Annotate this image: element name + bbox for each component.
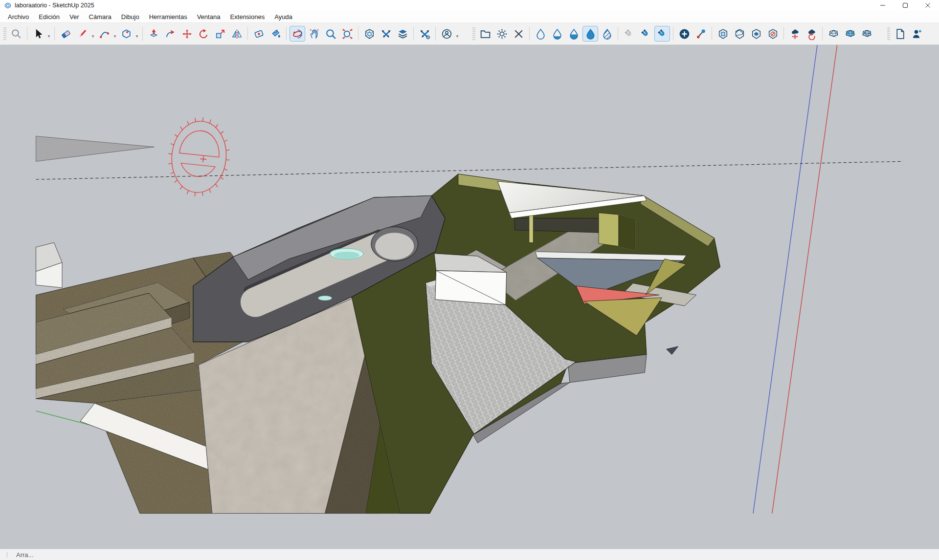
terrain-mesh-detail-button[interactable] [842,26,858,42]
person-add-icon [911,28,923,40]
menu-item-4[interactable]: Dibujo [116,12,144,22]
hex-sphere-icon [750,28,762,40]
eraser-tool-button[interactable] [58,26,73,42]
arc-tool-button[interactable] [96,26,112,42]
toolbar-separator [783,27,784,41]
hex-cloud-icon [734,28,746,40]
toolbar-separator [54,27,55,41]
toolbar-grip[interactable] [887,27,890,40]
open-folder-button[interactable] [477,26,493,42]
mesh-grid-icon [827,28,840,40]
menu-item-7[interactable]: Extensiones [225,12,269,22]
flip-icon [231,28,243,40]
style-drop-empty-button[interactable] [533,26,548,42]
extension-layer-stack-button[interactable] [395,26,410,42]
menu-item-5[interactable]: Herramientas [144,12,192,22]
pointcloud-sphere-mode-button[interactable] [748,26,764,42]
dropdown-caret-icon[interactable]: ▼ [455,34,460,39]
distant-terrain [36,136,154,288]
drop-quarter-icon [551,28,563,40]
toolbar-separator [712,27,712,41]
paint-bucket-icon [269,28,282,40]
zoom-extents-tool-button[interactable] [339,26,355,42]
orbit-tool-button[interactable] [290,26,305,42]
toolbar-separator [435,27,436,41]
add-collaborator-button[interactable] [909,26,924,42]
maximize-icon [902,2,908,8]
style-drop-half-button[interactable] [566,26,581,42]
dropdown-caret-icon[interactable]: ▼ [91,34,96,39]
viewport-3d[interactable] [0,45,939,549]
dropdown-caret-icon[interactable]: ▼ [113,34,118,39]
move-icon [181,28,193,40]
toolbar-grip[interactable] [472,27,475,40]
extension-cross-arrows-button[interactable] [378,26,394,42]
toolbar-separator [529,27,530,41]
dropdown-caret-icon[interactable]: ▼ [47,34,52,39]
add-circle-icon [678,28,691,40]
toolbar-grip[interactable] [3,27,6,40]
menu-item-8[interactable]: Ayuda [269,12,297,22]
pointcloud-cloud-mode-button[interactable] [732,26,747,42]
axis-line-blue [753,45,817,514]
tape-measure-tool-button[interactable] [251,26,267,42]
pan-tool-button[interactable] [306,26,322,42]
style-drop-hatched-button[interactable] [599,26,615,42]
move-point-cloud-button[interactable] [787,26,803,42]
snap-magnet-off-button[interactable] [621,26,637,42]
line-tool-button[interactable] [74,26,90,42]
follow-me-tool-button[interactable] [162,26,178,42]
extension-hex-gear-button[interactable] [361,26,377,42]
drop-full-icon [584,28,597,40]
shapes-tool-button[interactable] [118,26,134,42]
terrain-mesh-dense-button[interactable] [859,26,874,42]
orbit-icon [291,28,304,40]
hex-block-icon [767,28,779,40]
menu-bar: ArchivoEdiciónVerCámaraDibujoHerramienta… [0,11,939,23]
rotate-icon [198,28,210,40]
move-tool-button[interactable] [179,26,195,42]
placement-pin-button[interactable] [693,26,709,42]
maximize-button[interactable] [894,0,917,11]
user-account-button[interactable] [439,26,454,42]
new-document-button[interactable] [892,26,908,42]
user-icon [441,28,453,40]
close-panel-button[interactable] [511,26,526,42]
style-drop-full-button[interactable] [582,26,598,42]
rotate-protractor-cursor [164,114,234,200]
menu-item-1[interactable]: Edición [34,12,65,22]
toolbar: ▼▼▼▼▼ [0,23,939,45]
pointcloud-box-mode-button[interactable] [715,26,731,42]
terrain-mesh-button[interactable] [826,26,841,42]
add-point-button[interactable] [676,26,692,42]
settings-button[interactable] [494,26,510,42]
window-title: laboraatorio - SketchUp 2025 [15,2,94,9]
close-button[interactable] [917,0,939,11]
magnifier-muted-icon [10,28,22,40]
pointcloud-hide-mode-button[interactable] [765,26,781,42]
minimize-button[interactable] [872,0,894,11]
menu-item-3[interactable]: Cámara [84,12,116,22]
rotate-tool-button[interactable] [196,26,211,42]
menu-item-0[interactable]: Archivo [3,12,34,22]
snap-magnet-button[interactable] [638,26,653,42]
cross-arrows-icon [380,28,392,40]
zoom-tool-button[interactable] [323,26,338,42]
paint-bucket-tool-button[interactable] [268,26,283,42]
eraser-icon [60,28,72,40]
hex-box-icon [717,28,729,40]
push-pull-tool-button[interactable] [146,26,161,42]
snap-magnet-on-button[interactable] [654,26,670,42]
mesh-grid-dense-icon [861,28,873,40]
rotate-point-cloud-button[interactable] [804,26,819,42]
menu-item-2[interactable]: Ver [65,12,84,22]
extension-cross-arrows-alt-button[interactable] [417,26,432,42]
close-x-icon [513,28,525,40]
dropdown-caret-icon[interactable]: ▼ [135,34,140,39]
scale-tool-button[interactable] [212,26,228,42]
menu-item-6[interactable]: Ventana [192,12,225,22]
zoom-study-button[interactable] [8,26,24,42]
style-drop-quarter-button[interactable] [549,26,565,42]
flip-tool-button[interactable] [229,26,245,42]
select-tool-button[interactable] [30,26,46,42]
